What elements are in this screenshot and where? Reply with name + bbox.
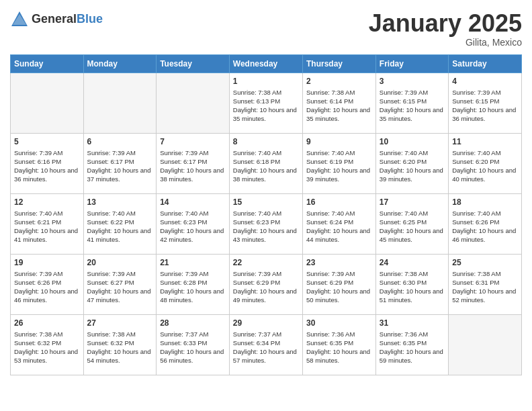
day-number: 20: [87, 258, 153, 267]
day-detail: Sunrise: 7:38 AM Sunset: 6:32 PM Dayligh…: [87, 330, 153, 365]
calendar-cell-w3-d1: 12Sunrise: 7:40 AM Sunset: 6:21 PM Dayli…: [11, 193, 84, 254]
calendar-cell-w5-d5: 30Sunrise: 7:36 AM Sunset: 6:35 PM Dayli…: [302, 314, 375, 375]
day-detail: Sunrise: 7:38 AM Sunset: 6:30 PM Dayligh…: [380, 269, 445, 305]
day-detail: Sunrise: 7:39 AM Sunset: 6:29 PM Dayligh…: [233, 269, 299, 305]
day-detail: Sunrise: 7:40 AM Sunset: 6:25 PM Dayligh…: [380, 209, 445, 244]
location: Gilita, Mexico: [369, 37, 522, 48]
day-detail: Sunrise: 7:40 AM Sunset: 6:20 PM Dayligh…: [452, 148, 518, 184]
calendar-cell-w3-d6: 17Sunrise: 7:40 AM Sunset: 6:25 PM Dayli…: [375, 193, 448, 254]
day-number: 22: [233, 258, 299, 267]
calendar-cell-w2-d4: 8Sunrise: 7:40 AM Sunset: 6:18 PM Daylig…: [229, 133, 302, 193]
calendar-cell-w2-d1: 5Sunrise: 7:39 AM Sunset: 6:16 PM Daylig…: [11, 133, 84, 193]
day-number: 25: [452, 258, 518, 267]
day-detail: Sunrise: 7:40 AM Sunset: 6:24 PM Dayligh…: [306, 209, 372, 244]
day-number: 6: [87, 137, 153, 146]
calendar-cell-w5-d2: 27Sunrise: 7:38 AM Sunset: 6:32 PM Dayli…: [83, 314, 157, 375]
day-number: 24: [380, 258, 445, 267]
day-number: 31: [380, 318, 445, 328]
calendar-cell-w5-d6: 31Sunrise: 7:36 AM Sunset: 6:35 PM Dayli…: [375, 314, 448, 375]
logo-text: GeneralBlue: [32, 13, 103, 26]
calendar-cell-w2-d5: 9Sunrise: 7:40 AM Sunset: 6:19 PM Daylig…: [302, 133, 375, 193]
day-detail: Sunrise: 7:36 AM Sunset: 6:35 PM Dayligh…: [380, 330, 445, 365]
day-detail: Sunrise: 7:39 AM Sunset: 6:26 PM Dayligh…: [14, 269, 80, 305]
header: GeneralBlue January 2025 Gilita, Mexico: [10, 10, 522, 48]
header-thursday: Thursday: [302, 54, 375, 73]
day-number: 16: [306, 197, 372, 207]
calendar-cell-w2-d6: 10Sunrise: 7:40 AM Sunset: 6:20 PM Dayli…: [375, 133, 448, 193]
day-number: 2: [306, 77, 372, 86]
calendar-cell-w1-d7: 4Sunrise: 7:39 AM Sunset: 6:15 PM Daylig…: [449, 73, 522, 133]
week-row-1: 1Sunrise: 7:38 AM Sunset: 6:13 PM Daylig…: [11, 73, 522, 133]
day-number: 9: [306, 137, 372, 146]
day-detail: Sunrise: 7:40 AM Sunset: 6:23 PM Dayligh…: [160, 209, 226, 244]
day-detail: Sunrise: 7:39 AM Sunset: 6:15 PM Dayligh…: [380, 88, 445, 124]
week-row-5: 26Sunrise: 7:38 AM Sunset: 6:32 PM Dayli…: [11, 314, 522, 375]
day-number: 27: [87, 318, 153, 328]
calendar-cell-w4-d2: 20Sunrise: 7:39 AM Sunset: 6:27 PM Dayli…: [83, 254, 157, 314]
logo-icon: [10, 10, 29, 29]
calendar-cell-w4-d4: 22Sunrise: 7:39 AM Sunset: 6:29 PM Dayli…: [229, 254, 302, 314]
header-saturday: Saturday: [449, 54, 522, 73]
header-friday: Friday: [375, 54, 448, 73]
title-area: January 2025 Gilita, Mexico: [369, 10, 522, 48]
day-number: 1: [233, 77, 299, 86]
day-detail: Sunrise: 7:40 AM Sunset: 6:22 PM Dayligh…: [87, 209, 153, 244]
week-row-3: 12Sunrise: 7:40 AM Sunset: 6:21 PM Dayli…: [11, 193, 522, 254]
day-detail: Sunrise: 7:39 AM Sunset: 6:16 PM Dayligh…: [14, 148, 80, 184]
calendar-cell-w2-d7: 11Sunrise: 7:40 AM Sunset: 6:20 PM Dayli…: [449, 133, 522, 193]
day-detail: Sunrise: 7:39 AM Sunset: 6:15 PM Dayligh…: [452, 88, 518, 124]
day-detail: Sunrise: 7:39 AM Sunset: 6:29 PM Dayligh…: [306, 269, 372, 305]
calendar-cell-w1-d2: [83, 73, 157, 133]
day-detail: Sunrise: 7:37 AM Sunset: 6:34 PM Dayligh…: [233, 330, 299, 365]
day-detail: Sunrise: 7:39 AM Sunset: 6:17 PM Dayligh…: [160, 148, 226, 184]
day-number: 12: [14, 197, 80, 207]
calendar-cell-w2-d2: 6Sunrise: 7:39 AM Sunset: 6:17 PM Daylig…: [83, 133, 157, 193]
calendar-cell-w1-d3: [157, 73, 230, 133]
logo-general: General: [32, 12, 77, 26]
day-detail: Sunrise: 7:40 AM Sunset: 6:21 PM Dayligh…: [14, 209, 80, 244]
day-detail: Sunrise: 7:38 AM Sunset: 6:13 PM Dayligh…: [233, 88, 299, 124]
calendar-cell-w4-d3: 21Sunrise: 7:39 AM Sunset: 6:28 PM Dayli…: [157, 254, 230, 314]
calendar-cell-w4-d6: 24Sunrise: 7:38 AM Sunset: 6:30 PM Dayli…: [375, 254, 448, 314]
calendar-cell-w4-d5: 23Sunrise: 7:39 AM Sunset: 6:29 PM Dayli…: [302, 254, 375, 314]
day-number: 7: [160, 137, 226, 146]
month-year: January 2025: [369, 10, 522, 37]
calendar-cell-w3-d2: 13Sunrise: 7:40 AM Sunset: 6:22 PM Dayli…: [83, 193, 157, 254]
calendar-cell-w1-d5: 2Sunrise: 7:38 AM Sunset: 6:14 PM Daylig…: [302, 73, 375, 133]
days-header-row: Sunday Monday Tuesday Wednesday Thursday…: [11, 54, 522, 73]
day-number: 5: [14, 137, 80, 146]
day-number: 17: [380, 197, 445, 207]
day-number: 3: [380, 77, 445, 86]
calendar-cell-w4-d7: 25Sunrise: 7:38 AM Sunset: 6:31 PM Dayli…: [449, 254, 522, 314]
calendar-cell-w4-d1: 19Sunrise: 7:39 AM Sunset: 6:26 PM Dayli…: [11, 254, 84, 314]
day-number: 26: [14, 318, 80, 328]
day-detail: Sunrise: 7:40 AM Sunset: 6:23 PM Dayligh…: [233, 209, 299, 244]
calendar-cell-w3-d3: 14Sunrise: 7:40 AM Sunset: 6:23 PM Dayli…: [157, 193, 230, 254]
week-row-2: 5Sunrise: 7:39 AM Sunset: 6:16 PM Daylig…: [11, 133, 522, 193]
day-detail: Sunrise: 7:39 AM Sunset: 6:28 PM Dayligh…: [160, 269, 226, 305]
day-detail: Sunrise: 7:40 AM Sunset: 6:18 PM Dayligh…: [233, 148, 299, 184]
day-number: 19: [14, 258, 80, 267]
day-detail: Sunrise: 7:36 AM Sunset: 6:35 PM Dayligh…: [306, 330, 372, 365]
calendar: Sunday Monday Tuesday Wednesday Thursday…: [10, 54, 522, 375]
day-number: 23: [306, 258, 372, 267]
day-number: 21: [160, 258, 226, 267]
calendar-cell-w1-d1: [11, 73, 84, 133]
svg-marker-1: [13, 14, 26, 25]
logo-blue: Blue: [77, 12, 103, 26]
day-number: 30: [306, 318, 372, 328]
day-detail: Sunrise: 7:39 AM Sunset: 6:17 PM Dayligh…: [87, 148, 153, 184]
day-detail: Sunrise: 7:38 AM Sunset: 6:32 PM Dayligh…: [14, 330, 80, 365]
day-detail: Sunrise: 7:38 AM Sunset: 6:31 PM Dayligh…: [452, 269, 518, 305]
day-detail: Sunrise: 7:40 AM Sunset: 6:20 PM Dayligh…: [380, 148, 445, 184]
calendar-cell-w5-d3: 28Sunrise: 7:37 AM Sunset: 6:33 PM Dayli…: [157, 314, 230, 375]
day-detail: Sunrise: 7:39 AM Sunset: 6:27 PM Dayligh…: [87, 269, 153, 305]
day-number: 11: [452, 137, 518, 146]
header-wednesday: Wednesday: [229, 54, 302, 73]
logo: GeneralBlue: [10, 10, 103, 29]
week-row-4: 19Sunrise: 7:39 AM Sunset: 6:26 PM Dayli…: [11, 254, 522, 314]
header-monday: Monday: [83, 54, 157, 73]
header-tuesday: Tuesday: [157, 54, 230, 73]
calendar-cell-w5-d7: [449, 314, 522, 375]
calendar-cell-w1-d4: 1Sunrise: 7:38 AM Sunset: 6:13 PM Daylig…: [229, 73, 302, 133]
